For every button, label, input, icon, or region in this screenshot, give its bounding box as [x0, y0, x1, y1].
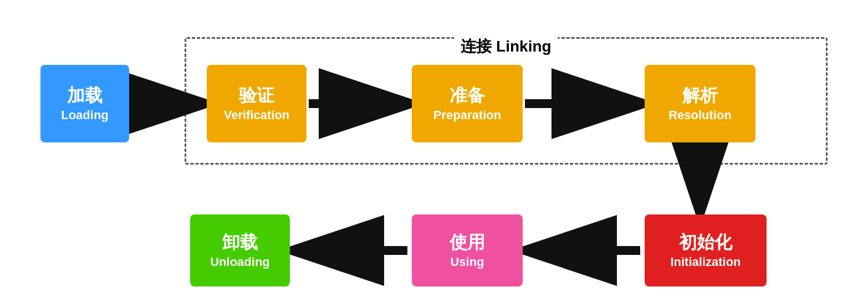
verification-zh: 验证: [239, 84, 274, 108]
preparation-zh: 准备: [450, 84, 485, 108]
initialization-en: Initialization: [670, 254, 741, 270]
verification-en: Verification: [224, 108, 290, 124]
preparation-en: Preparation: [433, 108, 501, 124]
using-en: Using: [450, 254, 484, 270]
diagram-container: 连接 Linking 加载 Loading 验证 Verification 准备…: [24, 9, 844, 298]
using-zh: 使用: [450, 231, 485, 254]
box-resolution: 解析 Resolution: [645, 65, 755, 142]
box-preparation: 准备 Preparation: [412, 65, 523, 142]
unloading-en: Unloading: [210, 254, 270, 270]
resolution-en: Resolution: [668, 108, 732, 124]
loading-en: Loading: [61, 108, 109, 124]
resolution-zh: 解析: [682, 84, 718, 108]
initialization-zh: 初始化: [679, 231, 732, 254]
unloading-zh: 卸载: [222, 231, 258, 254]
box-loading: 加载 Loading: [40, 65, 129, 142]
box-initialization: 初始化 Initialization: [645, 214, 767, 286]
box-unloading: 卸载 Unloading: [190, 214, 290, 286]
box-verification: 验证 Verification: [207, 65, 307, 142]
linking-label: 连接 Linking: [454, 36, 558, 57]
loading-zh: 加载: [67, 84, 103, 108]
box-using: 使用 Using: [412, 214, 523, 286]
